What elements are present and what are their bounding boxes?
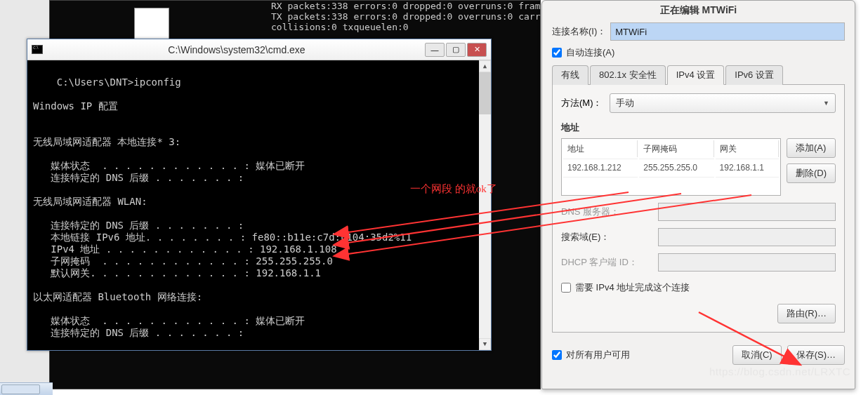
dhcp-client-id-label: DHCP 客户端 ID： (561, 256, 652, 269)
bg-terminal-text: RX packets:338 errors:0 dropped:0 overru… (271, 1, 541, 32)
file-icon (134, 8, 169, 39)
cell-netmask[interactable]: 255.255.255.0 (639, 159, 714, 175)
tab-wired[interactable]: 有线 (552, 65, 588, 85)
method-label: 方法(M)： (561, 97, 603, 109)
search-domain-input[interactable] (658, 228, 836, 246)
tab-body-ipv4: 方法(M)： 手动 ▼ 地址 地址 子网掩码 网关 192.168.1.212 (552, 85, 845, 333)
cell-address[interactable]: 192.168.1.212 (563, 159, 638, 175)
cmd-body[interactable]: C:\Users\DNT>ipconfig Windows IP 配置 无线局域… (27, 60, 491, 350)
tab-ipv4-settings[interactable]: IPv4 设置 (667, 65, 725, 85)
routes-button[interactable]: 路由(R)… (777, 304, 836, 323)
auto-connect-checkbox[interactable] (552, 48, 562, 58)
close-button[interactable]: ✕ (467, 43, 487, 57)
add-button[interactable]: 添加(A) (787, 138, 836, 158)
need-ipv4-label: 需要 IPv4 地址完成这个连接 (575, 281, 690, 294)
auto-connect-label: 自动连接(A) (566, 46, 614, 59)
all-users-checkbox[interactable] (552, 350, 562, 360)
watermark: https://blog.csdn.net/LRXTC (709, 366, 850, 377)
tab-ipv6-settings[interactable]: IPv6 设置 (725, 65, 783, 85)
conn-name-input[interactable] (610, 22, 845, 41)
chevron-down-icon: ▼ (823, 100, 829, 107)
th-address[interactable]: 地址 (563, 140, 638, 157)
cancel-button[interactable]: 取消(C) (732, 345, 782, 365)
save-button[interactable]: 保存(S)… (787, 345, 845, 365)
dialog-title: 正在编辑 MTWiFi (542, 1, 855, 22)
cmd-scrollbar[interactable]: ▲ ▼ (479, 60, 491, 350)
conn-name-label: 连接名称(I)： (552, 25, 606, 38)
table-row-empty[interactable] (563, 177, 779, 194)
tabs: 有线 802.1x 安全性 IPv4 设置 IPv6 设置 (552, 65, 845, 85)
dhcp-client-id-input[interactable] (658, 253, 836, 272)
address-table[interactable]: 地址 子网掩码 网关 192.168.1.212 255.255.255.0 1… (561, 138, 781, 196)
cmd-output: C:\Users\DNT>ipconfig Windows IP 配置 无线局域… (33, 76, 412, 350)
taskbar[interactable] (0, 382, 53, 395)
scroll-up-arrow[interactable]: ▲ (479, 60, 491, 72)
th-gateway[interactable]: 网关 (716, 140, 779, 157)
need-ipv4-checkbox[interactable] (561, 283, 571, 293)
minimize-button[interactable]: — (425, 43, 445, 57)
taskbar-item[interactable] (1, 384, 40, 394)
dialog-footer: 对所有用户可用 取消(C) 保存(S)… (542, 340, 855, 365)
th-netmask[interactable]: 子网掩码 (639, 140, 714, 157)
cell-gateway[interactable]: 192.168.1.1 (716, 159, 779, 175)
dns-input[interactable] (658, 203, 836, 221)
cmd-title: C:\Windows\system32\cmd.exe (48, 44, 425, 55)
scroll-thumb[interactable] (479, 72, 491, 114)
maximize-button[interactable]: ▢ (446, 43, 466, 57)
network-settings-dialog: 正在编辑 MTWiFi 连接名称(I)： 自动连接(A) 有线 802.1x 安… (541, 0, 855, 389)
all-users-label: 对所有用户可用 (566, 349, 630, 361)
table-header-row: 地址 子网掩码 网关 (563, 140, 779, 157)
cmd-icon (32, 45, 43, 54)
annotation-text: 一个网段 的就ok了 (410, 182, 497, 195)
dns-label: DNS 服务器： (561, 206, 652, 218)
method-select-value: 手动 (616, 97, 634, 109)
method-select[interactable]: 手动 ▼ (610, 93, 836, 113)
scroll-down-arrow[interactable]: ▼ (479, 338, 491, 350)
search-domain-label: 搜索域(E)： (561, 231, 652, 243)
delete-button[interactable]: 删除(D) (787, 163, 836, 183)
cmd-titlebar[interactable]: C:\Windows\system32\cmd.exe — ▢ ✕ (27, 39, 491, 60)
tab-8021x-security[interactable]: 802.1x 安全性 (590, 65, 666, 85)
address-section-title: 地址 (561, 121, 836, 134)
table-row[interactable]: 192.168.1.212 255.255.255.0 192.168.1.1 (563, 159, 779, 175)
